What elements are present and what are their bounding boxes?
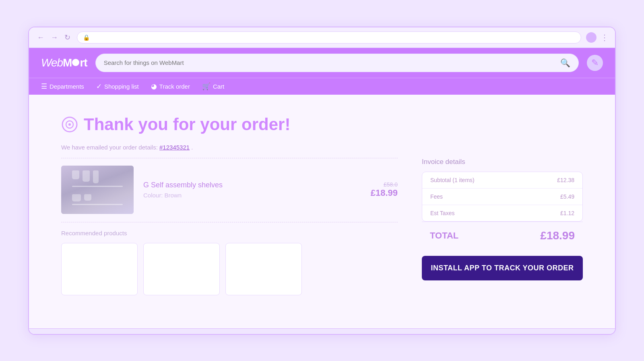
thank-you-icon — [61, 116, 78, 133]
product-pricing: £58.0 £18.99 — [371, 181, 398, 198]
list-item — [225, 243, 302, 295]
browser-actions: ⋮ — [586, 32, 609, 43]
install-app-button[interactable]: INSTALL APP TO TRACK YOUR ORDER — [422, 256, 583, 280]
sidebar-item-cart[interactable]: 🛒 Cart — [202, 82, 224, 91]
invoice-total-row: TOTAL £18.99 — [422, 222, 583, 249]
shopping-list-label: Shopping list — [104, 83, 139, 90]
invoice-subtotal-label: Subtotal (1 items) — [430, 177, 475, 183]
browser-frame: ← → ↻ 🔒 ⋮ WebMrt 🔍 ✎ ☰ Departments ✓ — [28, 27, 616, 335]
search-icon[interactable]: 🔍 — [560, 58, 570, 68]
url-input[interactable] — [93, 34, 575, 41]
browser-nav-buttons: ← → ↻ — [35, 32, 72, 43]
product-image — [61, 166, 134, 214]
shopping-list-icon: ✓ — [96, 82, 102, 91]
original-price: £58.0 — [371, 181, 398, 188]
left-panel: G Self assembly shelves Colour: Brown £5… — [61, 158, 398, 295]
total-label: TOTAL — [430, 230, 458, 241]
departments-icon: ☰ — [41, 82, 47, 91]
avatar[interactable]: ✎ — [587, 55, 603, 71]
main-content: Thank you for your order! We have emaile… — [29, 95, 615, 328]
recommended-grid — [61, 243, 398, 295]
invoice-line-fees: Fees £5.49 — [422, 189, 582, 205]
lock-icon: 🔒 — [83, 34, 90, 41]
order-divider-bottom — [61, 222, 398, 222]
cart-icon: 🛒 — [202, 82, 211, 91]
track-order-icon: ◕ — [151, 82, 157, 91]
order-number-link[interactable]: #12345321 — [159, 144, 190, 151]
order-email-text: We have emailed your order details: #123… — [61, 144, 583, 151]
app-header: WebMrt 🔍 ✎ — [29, 48, 615, 78]
list-item — [143, 243, 220, 295]
total-amount: £18.99 — [540, 229, 575, 242]
recommended-title: Recommended products — [61, 230, 398, 237]
invoice-taxes-value: £1.12 — [560, 210, 574, 216]
search-bar[interactable]: 🔍 — [95, 54, 579, 72]
sale-price: £18.99 — [371, 188, 398, 198]
back-button[interactable]: ← — [35, 32, 46, 43]
invoice-fees-value: £5.49 — [560, 193, 574, 200]
invoice-fees-label: Fees — [430, 193, 443, 200]
cart-label: Cart — [213, 83, 224, 90]
page-title: Thank you for your order! — [84, 115, 290, 134]
product-colour: Colour: Brown — [143, 192, 361, 199]
product-name: G Self assembly shelves — [143, 181, 361, 189]
nav-bar: ☰ Departments ✓ Shopping list ◕ Track or… — [29, 78, 615, 95]
shelf-visual — [72, 170, 123, 209]
list-item — [61, 243, 138, 295]
order-item-row: G Self assembly shelves Colour: Brown £5… — [61, 166, 398, 222]
product-info: G Self assembly shelves Colour: Brown — [143, 181, 361, 199]
order-divider-top — [61, 158, 398, 158]
track-order-label: Track order — [159, 83, 190, 90]
content-layout: G Self assembly shelves Colour: Brown £5… — [61, 158, 583, 295]
invoice-subtotal-value: £12.38 — [557, 177, 574, 183]
invoice-title: Invoice details — [422, 158, 583, 166]
forward-button[interactable]: → — [49, 32, 60, 43]
profile-dot[interactable] — [586, 32, 597, 43]
logo[interactable]: WebMrt — [41, 56, 87, 69]
right-panel: Invoice details Subtotal (1 items) £12.3… — [422, 158, 583, 280]
sidebar-item-track-order[interactable]: ◕ Track order — [151, 82, 190, 91]
search-input[interactable] — [104, 59, 556, 66]
browser-menu-icon[interactable]: ⋮ — [601, 33, 609, 42]
sidebar-item-shopping-list[interactable]: ✓ Shopping list — [96, 82, 139, 91]
thank-you-heading: Thank you for your order! — [61, 115, 583, 134]
invoice-line-subtotal: Subtotal (1 items) £12.38 — [422, 172, 582, 189]
svg-point-2 — [68, 123, 71, 126]
reload-button[interactable]: ↻ — [63, 32, 72, 43]
invoice-box: Subtotal (1 items) £12.38 Fees £5.49 Est… — [422, 172, 583, 222]
invoice-taxes-label: Est Taxes — [430, 210, 454, 216]
browser-chrome: ← → ↻ 🔒 ⋮ — [29, 27, 615, 48]
address-bar[interactable]: 🔒 — [77, 31, 581, 44]
sidebar-item-departments[interactable]: ☰ Departments — [41, 82, 84, 91]
departments-label: Departments — [50, 83, 84, 90]
bottom-bar — [29, 328, 615, 334]
invoice-line-taxes: Est Taxes £1.12 — [422, 205, 582, 221]
